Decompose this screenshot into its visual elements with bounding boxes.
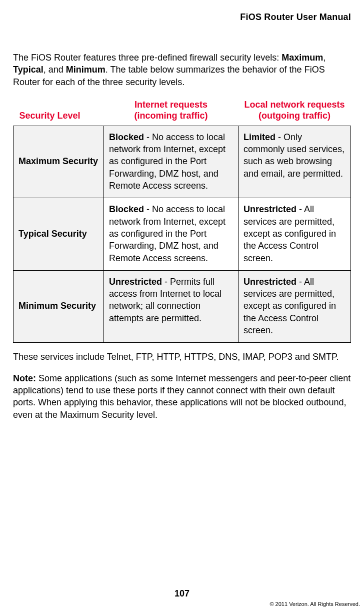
- note-text: Some applications (such as some Internet…: [13, 373, 350, 420]
- cell-bold: Blocked: [109, 132, 144, 142]
- cell-smallcaps: DMZ: [159, 241, 179, 251]
- intro-text: , and: [44, 65, 66, 75]
- cell-smallcaps: DMZ: [159, 169, 179, 179]
- copyright-text: © 2011 Verizon. All Rights Reserved.: [270, 601, 360, 607]
- cell-bold: Unrestricted: [244, 204, 296, 214]
- cell-incoming: Blocked - No access to local network fro…: [104, 126, 238, 198]
- cell-bold: Blocked: [109, 204, 144, 214]
- table-row: Minimum Security Unrestricted - Permits …: [14, 270, 351, 342]
- table-header-text: Internet requests: [134, 100, 208, 110]
- intro-text: The FiOS Router features three pre-defin…: [13, 53, 282, 63]
- security-level-table: Security Level Internet requests (incomi…: [13, 99, 351, 343]
- cell-incoming: Unrestricted - Permits full access from …: [104, 270, 238, 342]
- table-header-text: (outgoing traffic): [258, 111, 330, 121]
- table-row: Typical Security Blocked - No access to …: [14, 198, 351, 270]
- intro-bold-minimum: Minimum: [66, 65, 106, 75]
- table-header-outgoing: Local network requests (outgoing traffic…: [238, 99, 351, 126]
- cell-level: Typical Security: [14, 198, 104, 270]
- intro-paragraph: The FiOS Router features three pre-defin…: [13, 52, 351, 88]
- manual-title: FiOS Router User Manual: [13, 12, 351, 23]
- intro-text: ,: [323, 53, 326, 63]
- cell-bold: Limited: [244, 132, 276, 142]
- table-header-text: Local network requests: [244, 100, 344, 110]
- cell-bold: Unrestricted: [109, 277, 162, 287]
- services-list-paragraph: These services include Telnet, FTP, HTTP…: [13, 351, 351, 363]
- cell-level: Minimum Security: [14, 270, 104, 342]
- table-row: Maximum Security Blocked - No access to …: [14, 126, 351, 198]
- table-header-incoming: Internet requests (incoming traffic): [104, 99, 238, 126]
- table-header-level: Security Level: [14, 99, 104, 126]
- page-number: 107: [0, 588, 364, 599]
- cell-incoming: Blocked - No access to local network fro…: [104, 198, 238, 270]
- cell-outgoing: Unrestricted - All services are permitte…: [238, 270, 351, 342]
- note-paragraph: Note: Some applications (such as some In…: [13, 372, 351, 421]
- table-header-text: (incoming traffic): [134, 111, 208, 121]
- cell-outgoing: Limited - Only commonly used services, s…: [238, 126, 351, 198]
- cell-level: Maximum Security: [14, 126, 104, 198]
- note-label: Note:: [13, 373, 36, 383]
- cell-bold: Unrestricted: [244, 277, 296, 287]
- intro-bold-typical: Typical: [13, 65, 44, 75]
- intro-bold-maximum: Maximum: [282, 53, 323, 63]
- cell-outgoing: Unrestricted - All services are permitte…: [238, 198, 351, 270]
